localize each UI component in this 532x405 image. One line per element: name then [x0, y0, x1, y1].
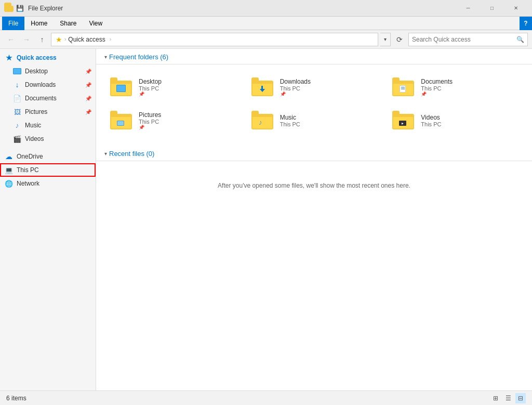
documents-icon: 📄: [12, 94, 22, 103]
sidebar-item-videos[interactable]: 🎬 Videos: [0, 132, 96, 146]
videos-folder-name: Videos: [421, 114, 441, 121]
sidebar-item-documents[interactable]: 📄 Documents 📌: [0, 92, 96, 105]
folder-item-documents[interactable]: Documents This PC 📌: [387, 73, 524, 102]
content-area: ▾ Frequent folders (6) Desktop This PC 📌: [96, 49, 532, 390]
documents-folder-sub: This PC: [421, 85, 453, 92]
sidebar-label-downloads: Downloads: [25, 81, 82, 88]
frequent-folders-chevron: ▾: [104, 54, 107, 60]
refresh-button[interactable]: ⟳: [393, 33, 406, 46]
minimize-button[interactable]: ─: [456, 0, 480, 17]
title-bar-title: File Explorer: [28, 5, 456, 12]
close-button[interactable]: ✕: [504, 0, 528, 17]
status-items-count: 6 items: [6, 395, 490, 402]
sidebar-item-desktop[interactable]: Desktop 📌: [0, 64, 96, 78]
address-star-icon: ★: [56, 35, 62, 44]
address-path-text: Quick access: [68, 36, 105, 43]
quick-access-icon: ★: [4, 53, 14, 62]
folder-item-desktop[interactable]: Desktop This PC 📌: [104, 73, 242, 102]
sidebar-item-onedrive[interactable]: ☁ OneDrive: [0, 150, 96, 163]
pictures-folder-pin: 📌: [139, 125, 161, 130]
title-bar-icons: 💾: [4, 4, 24, 12]
videos-icon: 🎬: [12, 134, 22, 143]
downloads-folder-name: Downloads: [280, 78, 311, 85]
maximize-button[interactable]: □: [480, 0, 504, 17]
sidebar-item-music[interactable]: ♪ Music: [0, 119, 96, 132]
forward-button[interactable]: →: [20, 33, 33, 46]
desktop-folder-name: Desktop: [139, 78, 162, 85]
recent-files-empty-message: After you've opened some files, we'll sh…: [96, 161, 532, 210]
downloads-pin-icon: 📌: [85, 82, 91, 88]
pictures-folder-name: Pictures: [139, 111, 161, 119]
status-bar: 6 items ⊞ ☰ ⊟: [0, 390, 532, 405]
downloads-folder-info: Downloads This PC 📌: [280, 78, 311, 97]
desktop-folder-pin: 📌: [139, 92, 162, 97]
sidebar-label-desktop: Desktop: [25, 68, 82, 75]
desktop-pin-icon: 📌: [85, 69, 91, 74]
sidebar-label-videos: Videos: [25, 135, 91, 142]
frequent-folders-title: Frequent folders (6): [109, 53, 168, 61]
recent-files-section: After you've opened some files, we'll sh…: [96, 161, 532, 210]
help-button[interactable]: ?: [520, 17, 532, 30]
music-folder-name: Music: [280, 114, 300, 121]
downloads-folder-pin: 📌: [280, 92, 311, 97]
documents-pin-icon: 📌: [85, 96, 91, 101]
address-chevron-icon: ›: [64, 36, 66, 42]
folder-item-downloads[interactable]: Downloads This PC 📌: [246, 73, 383, 102]
sidebar-item-downloads[interactable]: ↓ Downloads 📌: [0, 78, 96, 92]
music-icon: ♪: [12, 121, 22, 130]
tab-view[interactable]: View: [83, 17, 109, 30]
address-dropdown-button[interactable]: ▾: [380, 33, 391, 46]
sidebar-label-documents: Documents: [25, 95, 82, 102]
desktop-folder-info: Desktop This PC 📌: [139, 78, 162, 97]
desktop-folder-icon-large: [109, 77, 134, 98]
downloads-folder-icon-large: [250, 77, 275, 98]
pictures-folder-sub: This PC: [139, 119, 161, 125]
main-layout: ★ Quick access Desktop 📌 ↓ Downloads 📌 📄…: [0, 49, 532, 390]
music-folder-icon-large: ♪: [250, 110, 275, 131]
view-medium-icons-button[interactable]: ⊟: [515, 393, 526, 403]
sidebar-label-onedrive: OneDrive: [17, 153, 91, 160]
tab-file[interactable]: File: [2, 17, 24, 30]
back-button[interactable]: ←: [4, 33, 18, 46]
folder-item-videos[interactable]: Videos This PC: [387, 106, 524, 135]
desktop-folder-icon: [12, 67, 22, 76]
sidebar-item-thispc[interactable]: 💻 This PC: [0, 163, 96, 177]
search-input[interactable]: [412, 36, 514, 43]
sidebar-label-quick-access: Quick access: [17, 54, 91, 61]
window-title: File Explorer: [28, 5, 63, 12]
sidebar-label-music: Music: [25, 122, 91, 129]
sidebar-item-pictures[interactable]: 🖼 Pictures 📌: [0, 105, 96, 119]
sidebar-label-pictures: Pictures: [25, 108, 82, 115]
recent-files-header[interactable]: ▾ Recent files (0): [96, 146, 532, 161]
pictures-pin-icon: 📌: [85, 109, 91, 115]
status-view-icons: ⊞ ☰ ⊟: [490, 393, 526, 403]
sidebar-item-network[interactable]: 🌐 Network: [0, 177, 96, 190]
view-large-icons-button[interactable]: ⊞: [490, 393, 501, 403]
ribbon-tabs: File Home Share View ?: [0, 17, 532, 30]
view-details-button[interactable]: ☰: [503, 393, 513, 403]
onedrive-icon: ☁: [4, 152, 14, 161]
pictures-folder-info: Pictures This PC 📌: [139, 111, 161, 130]
save-icon: 💾: [16, 4, 24, 12]
videos-folder-info: Videos This PC: [421, 114, 441, 127]
frequent-folders-header[interactable]: ▾ Frequent folders (6): [96, 49, 532, 64]
address-bar: ← → ↑ ★ › Quick access › ▾ ⟳ 🔍: [0, 30, 532, 49]
folder-item-music[interactable]: ♪ Music This PC: [246, 106, 383, 135]
app-icon: [4, 4, 12, 12]
sidebar-label-thispc: This PC: [17, 166, 91, 174]
address-path-chevron: ›: [110, 36, 111, 42]
title-bar: 💾 File Explorer ─ □ ✕: [0, 0, 532, 17]
tab-home[interactable]: Home: [24, 17, 54, 30]
address-path[interactable]: ★ › Quick access ›: [51, 33, 378, 46]
thispc-icon: 💻: [4, 165, 14, 175]
sidebar-item-quick-access[interactable]: ★ Quick access: [0, 51, 96, 64]
music-folder-sub: This PC: [280, 121, 300, 127]
folder-item-pictures[interactable]: Pictures This PC 📌: [104, 106, 242, 135]
pictures-icon: 🖼: [12, 107, 22, 116]
tab-share[interactable]: Share: [54, 17, 83, 30]
recent-files-title: Recent files (0): [109, 150, 154, 158]
documents-folder-pin: 📌: [421, 92, 453, 97]
up-button[interactable]: ↑: [35, 33, 49, 46]
documents-folder-icon-large: [391, 77, 416, 98]
folder-grid: Desktop This PC 📌: [96, 64, 532, 143]
